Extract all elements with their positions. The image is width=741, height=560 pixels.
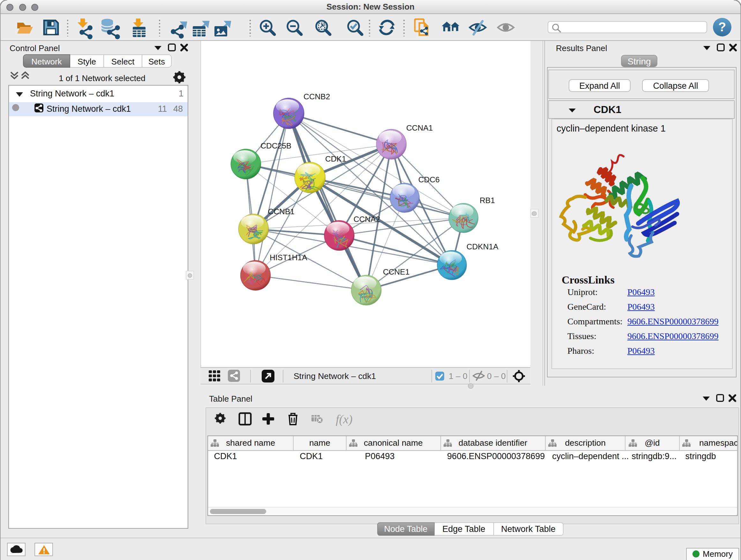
svg-text:CDKN1A: CDKN1A — [466, 242, 498, 251]
svg-text:CCNA2: CCNA2 — [353, 215, 380, 224]
svg-text:0 – 0: 0 – 0 — [487, 371, 506, 381]
svg-text:CDC6: CDC6 — [418, 175, 440, 184]
svg-text:CCNB2: CCNB2 — [303, 92, 330, 101]
svg-text:1 – 0: 1 – 0 — [448, 371, 467, 381]
svg-text:RB1: RB1 — [479, 196, 495, 205]
svg-text:CCNE1: CCNE1 — [383, 267, 409, 276]
svg-text:CCNA1: CCNA1 — [406, 124, 432, 132]
svg-text:HIST1H1A: HIST1H1A — [269, 253, 307, 262]
svg-text:CDK1: CDK1 — [325, 154, 346, 163]
svg-text:CCNB1: CCNB1 — [268, 207, 294, 216]
svg-text:f(x): f(x) — [335, 413, 352, 426]
svg-text:String Network – cdk1: String Network – cdk1 — [293, 371, 376, 381]
svg-text:CDC25B: CDC25B — [260, 141, 291, 150]
